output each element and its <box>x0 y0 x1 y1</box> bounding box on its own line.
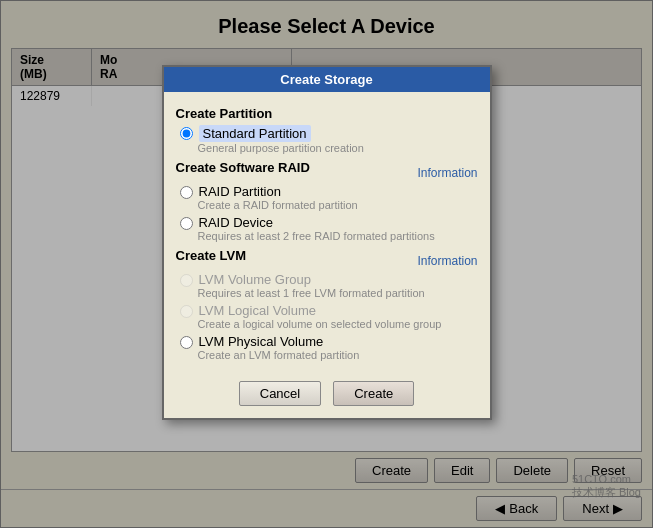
raid-device-radio[interactable] <box>180 217 193 230</box>
lvm-vg-radio[interactable] <box>180 274 193 287</box>
create-storage-modal: Create Storage Create Partition Standard… <box>162 65 492 420</box>
raid-partition-option: RAID Partition <box>180 184 478 199</box>
modal-body: Create Partition Standard Partition Gene… <box>164 92 490 371</box>
raid-partition-label[interactable]: RAID Partition <box>199 184 281 199</box>
lvm-lv-label[interactable]: LVM Logical Volume <box>199 303 317 318</box>
lvm-pv-label[interactable]: LVM Physical Volume <box>199 334 324 349</box>
create-partition-label: Create Partition <box>176 106 478 121</box>
raid-partition-desc: Create a RAID formated partition <box>198 199 478 211</box>
lvm-vg-option: LVM Volume Group <box>180 272 478 287</box>
std-partition-desc: General purpose partition creation <box>198 142 478 154</box>
lvm-pv-desc: Create an LVM formated partition <box>198 349 478 361</box>
lvm-lv-radio[interactable] <box>180 305 193 318</box>
software-raid-info[interactable]: Information <box>417 166 477 180</box>
modal-overlay: Create Storage Create Partition Standard… <box>0 0 653 528</box>
lvm-pv-radio[interactable] <box>180 336 193 349</box>
lvm-info[interactable]: Information <box>417 254 477 268</box>
lvm-lv-desc: Create a logical volume on selected volu… <box>198 318 478 330</box>
raid-device-option: RAID Device <box>180 215 478 230</box>
std-partition-radio[interactable] <box>180 127 193 140</box>
std-partition-option: Standard Partition <box>180 125 478 142</box>
modal-cancel-button[interactable]: Cancel <box>239 381 321 406</box>
raid-partition-radio[interactable] <box>180 186 193 199</box>
lvm-vg-desc: Requires at least 1 free LVM formated pa… <box>198 287 478 299</box>
lvm-vg-label[interactable]: LVM Volume Group <box>199 272 311 287</box>
lvm-lv-option: LVM Logical Volume <box>180 303 478 318</box>
modal-footer: Cancel Create <box>164 371 490 418</box>
modal-create-button[interactable]: Create <box>333 381 414 406</box>
raid-device-label[interactable]: RAID Device <box>199 215 273 230</box>
std-partition-label[interactable]: Standard Partition <box>199 125 311 142</box>
lvm-section: Information Create LVM <box>176 248 478 268</box>
software-raid-section: Information Create Software RAID <box>176 160 478 180</box>
modal-title: Create Storage <box>164 67 490 92</box>
raid-device-desc: Requires at least 2 free RAID formated p… <box>198 230 478 242</box>
create-partition-section: Create Partition Standard Partition Gene… <box>176 106 478 154</box>
lvm-pv-option: LVM Physical Volume <box>180 334 478 349</box>
